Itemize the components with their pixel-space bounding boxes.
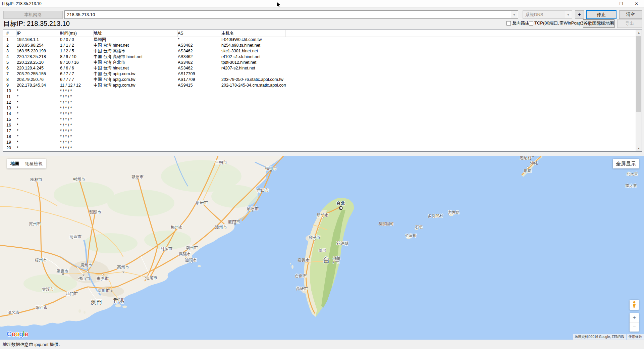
zoom-out-button[interactable]: −	[630, 322, 639, 332]
city-dot	[83, 274, 85, 276]
map-place-label: 香港	[113, 298, 125, 305]
col-index[interactable]: #	[6, 30, 17, 37]
map-canvas[interactable]: 桂林市郴州市贛州市三明市福州市莆田市泉州市廈門市漳州市龍岩市梅州市河源市韶關市清…	[0, 156, 644, 340]
city-dot	[449, 214, 450, 215]
add-button[interactable]: +	[575, 10, 584, 19]
dns-select[interactable]: 系统DNS ▼	[523, 10, 572, 19]
close-button[interactable]: ✕	[629, 0, 644, 7]
attribution-text: 地圖資料©2016 Google, ZENRIN	[573, 334, 626, 340]
map-place-label: 揭陽市	[179, 251, 191, 257]
map-type-satellite-button[interactable]: 衛星檢視	[25, 161, 43, 167]
map-zoom-control: + −	[630, 313, 639, 332]
table-row[interactable]: 14** / * / *	[3, 111, 642, 117]
mainland-china-landmass	[0, 156, 283, 327]
map-place-label: 賀州市	[29, 221, 41, 227]
map-place-label: 潮州市	[186, 245, 198, 251]
col-address[interactable]: 地址	[94, 30, 178, 37]
col-time[interactable]: 时间(ms)	[60, 30, 94, 37]
scroll-up-icon[interactable]: ▲	[636, 30, 642, 36]
table-row[interactable]: 12** / * / *	[3, 100, 642, 105]
table-row[interactable]: 2168.95.98.2541 / 1 / 2中国 台湾 hinet.netAS…	[3, 43, 642, 48]
col-as[interactable]: AS	[178, 30, 221, 37]
table-row[interactable]: 3168.95.220.1981 / 2 / 5中国 台湾 高雄市AS3462s…	[3, 48, 642, 54]
table-row[interactable]: 5220.128.25.108 / 10 / 16中国 台湾 台北市AS3462…	[3, 60, 642, 65]
scroll-down-icon[interactable]: ▼	[636, 146, 642, 151]
map-attribution: 地圖資料©2016 Google, ZENRIN 使用條款	[573, 334, 644, 340]
maximize-button[interactable]: ❐	[614, 0, 629, 7]
google-intl-map-button[interactable]: 谷歌国际版地图	[583, 19, 614, 28]
map-place-label: 台北	[336, 200, 345, 206]
map-place-label: 恩納村	[520, 156, 532, 161]
table-row[interactable]: 1192.168.1.10 / 0 / 0局域网*I-040GW0.cht.co…	[3, 37, 642, 43]
traceroute-table: # IP 时间(ms) 地址 AS 主机名 1192.168.1.10 / 0 …	[3, 30, 642, 152]
fullscreen-button[interactable]: 全屏显示	[613, 159, 639, 168]
chevron-down-icon[interactable]: ▼	[511, 11, 518, 18]
tcp-checkbox[interactable]	[529, 21, 533, 26]
taipei-marker[interactable]	[339, 206, 343, 210]
stop-button[interactable]: 停止	[586, 10, 616, 19]
table-row[interactable]: 15** / * / *	[3, 117, 642, 122]
minimize-button[interactable]: –	[599, 0, 614, 7]
local-network-button[interactable]: 本机网络	[3, 11, 63, 19]
table-row[interactable]: 16** / * / *	[3, 122, 642, 128]
city-dot	[252, 210, 254, 212]
status-bar: 地址数据信息由 ipip.net 提供。	[0, 340, 644, 349]
map-place-label: 澳門	[91, 299, 103, 306]
table-row[interactable]: 13** / * / *	[3, 105, 642, 111]
city-dot	[102, 274, 104, 276]
table-row[interactable]: 8203.79.250.766 / 7 / 7中国 台湾 aptg.com.tw…	[3, 77, 642, 83]
mouse-cursor	[276, 1, 281, 8]
city-dot	[111, 290, 113, 292]
target-ip-input[interactable]: 218.35.213.10 ▼	[64, 10, 518, 19]
map-place-label: 梧州市	[35, 257, 47, 263]
table-row[interactable]: 19** / * / *	[3, 140, 642, 145]
table-row[interactable]: 7203.79.255.1556 / 7 / 7中国 台湾 aptg.com.t…	[3, 71, 642, 77]
window-title: 目标IP: 218.35.213.10	[2, 0, 42, 7]
map-place-label: 清遠市	[69, 234, 82, 240]
city-dot	[531, 162, 532, 164]
hops-table-body: 1192.168.1.10 / 0 / 0局域网*I-040GW0.cht.co…	[3, 37, 642, 151]
city-dot	[137, 179, 139, 180]
city-dot	[62, 273, 64, 275]
map-place-label: 郴州市	[73, 177, 85, 182]
map-place-label: 花蓮縣	[336, 241, 348, 246]
table-row[interactable]: 4220.128.25.2188 / 9 / 10中国 台湾 高雄市 hinet…	[3, 54, 642, 60]
table-row[interactable]: 18** / * / *	[3, 134, 642, 140]
map-place-label: 龍岩市	[196, 200, 208, 206]
export-button[interactable]: 导出	[617, 19, 642, 28]
table-header[interactable]: # IP 时间(ms) 地址 AS 主机名	[3, 30, 642, 37]
status-text: 地址数据信息由 ipip.net 提供。	[3, 340, 63, 349]
clear-button[interactable]: 清空	[619, 10, 642, 19]
map-type-map-button[interactable]: 地圖	[10, 161, 19, 167]
map-place-label: 北大東	[627, 171, 638, 177]
table-row[interactable]: 20** / * / *	[3, 145, 642, 151]
chevron-down-icon[interactable]: ▼	[565, 11, 572, 18]
map-place-label: 深圳市	[98, 288, 110, 294]
city-dot	[322, 217, 324, 218]
map-place-label: 江門市	[66, 291, 78, 297]
reverse-route-checkbox[interactable]	[506, 21, 511, 26]
scrollbar-thumb[interactable]	[636, 36, 641, 112]
col-ip[interactable]: IP	[17, 30, 60, 37]
map-place-label: 南大東	[626, 183, 637, 188]
table-row[interactable]: 6220.128.4.2456 / 6 / 6中国 台湾 hinet.netAS…	[3, 65, 642, 71]
col-hostname[interactable]: 主机名	[221, 30, 286, 37]
pegman-button[interactable]	[630, 300, 639, 310]
map-place-label: 桂林市	[30, 177, 42, 183]
table-row[interactable]: 9202.178.245.3411 / 12 / 12中国 台湾 aptg.co…	[3, 83, 642, 88]
map-place-label: 漳州市	[215, 225, 227, 230]
reverse-route-label[interactable]: 反向路由	[512, 20, 530, 26]
terms-link[interactable]: 使用條款	[627, 334, 644, 340]
table-row[interactable]: 17** / * / *	[3, 128, 642, 134]
table-row[interactable]: 11** / * / *	[3, 94, 642, 100]
map-place-label: 廣州市	[80, 262, 92, 268]
map-place-label: 梅州市	[171, 225, 183, 230]
map-place-label: 陽江市	[36, 305, 48, 310]
city-dot	[87, 271, 89, 272]
city-dot	[527, 167, 529, 168]
table-row[interactable]: 10** / * / *	[3, 88, 642, 94]
zoom-in-button[interactable]: +	[630, 313, 639, 322]
table-scrollbar[interactable]: ▲ ▼	[636, 30, 642, 151]
map-place-label: 嘉義市	[298, 257, 310, 263]
pegman-icon	[632, 301, 637, 308]
